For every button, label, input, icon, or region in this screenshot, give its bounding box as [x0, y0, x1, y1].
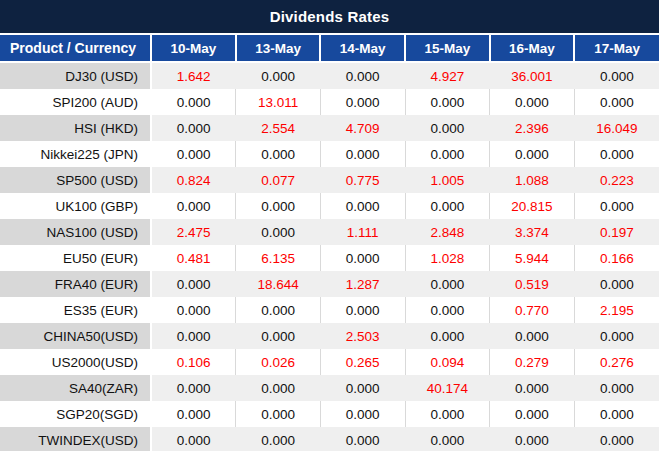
dividend-value-cell: 0.077	[236, 167, 321, 193]
dividend-value-cell: 0.000	[405, 141, 490, 167]
dividend-value-cell: 0.000	[574, 89, 659, 115]
product-cell: SP500 (USD)	[0, 167, 151, 193]
dividend-value-cell: 0.775	[320, 167, 405, 193]
dividend-value-cell: 0.279	[490, 349, 575, 375]
product-cell: FRA40 (EUR)	[0, 271, 151, 297]
product-cell: US2000(USD)	[0, 349, 151, 375]
dividend-value-cell: 1.005	[405, 167, 490, 193]
table-row: TWINDEX(USD)0.0000.0000.0000.0000.0000.0…	[0, 427, 659, 451]
dividend-value-cell: 0.000	[490, 401, 575, 427]
table-row: UK100 (GBP)0.0000.0000.0000.00020.8150.0…	[0, 193, 659, 219]
dividend-value-cell: 1.642	[151, 62, 236, 89]
dividend-value-cell: 0.166	[574, 245, 659, 271]
dividend-value-cell: 0.000	[405, 323, 490, 349]
dividend-value-cell: 0.000	[405, 427, 490, 451]
dividend-value-cell: 36.001	[490, 62, 575, 89]
product-cell: EU50 (EUR)	[0, 245, 151, 271]
dividend-value-cell: 0.000	[151, 427, 236, 451]
dividend-value-cell: 0.824	[151, 167, 236, 193]
dividend-value-cell: 0.000	[574, 323, 659, 349]
dividend-value-cell: 0.223	[574, 167, 659, 193]
dividend-value-cell: 0.000	[236, 401, 321, 427]
dividend-value-cell: 0.000	[236, 323, 321, 349]
table-row: SA40(ZAR)0.0000.0000.00040.1740.0000.000	[0, 375, 659, 401]
dividend-value-cell: 0.000	[574, 271, 659, 297]
table-row: SGP20(SGD)0.0000.0000.0000.0000.0000.000	[0, 401, 659, 427]
dividend-value-cell: 2.554	[236, 115, 321, 141]
product-cell: CHINA50(USD)	[0, 323, 151, 349]
dividend-value-cell: 6.135	[236, 245, 321, 271]
dividend-value-cell: 0.000	[490, 323, 575, 349]
dividend-value-cell: 0.000	[490, 89, 575, 115]
dividend-value-cell: 1.111	[320, 219, 405, 245]
dividend-value-cell: 0.000	[236, 427, 321, 451]
product-cell: HSI (HKD)	[0, 115, 151, 141]
dividend-value-cell: 0.000	[236, 297, 321, 323]
dividend-value-cell: 0.000	[151, 193, 236, 219]
table-row: Nikkei225 (JPN)0.0000.0000.0000.0000.000…	[0, 141, 659, 167]
dividend-value-cell: 0.026	[236, 349, 321, 375]
dividend-value-cell: 0.000	[320, 193, 405, 219]
column-header-15-may: 15-May	[405, 34, 490, 62]
table-row: NAS100 (USD)2.4750.0001.1112.8483.3740.1…	[0, 219, 659, 245]
dividend-value-cell: 1.028	[405, 245, 490, 271]
dividend-value-cell: 0.000	[151, 323, 236, 349]
table-row: HSI (HKD)0.0002.5544.7090.0002.39616.049	[0, 115, 659, 141]
dividend-value-cell: 0.000	[320, 62, 405, 89]
product-cell: SPI200 (AUD)	[0, 89, 151, 115]
dividend-value-cell: 0.000	[490, 375, 575, 401]
dividend-value-cell: 0.000	[151, 89, 236, 115]
dividend-value-cell: 0.000	[151, 271, 236, 297]
dividend-value-cell: 0.000	[236, 193, 321, 219]
dividend-value-cell: 0.000	[236, 219, 321, 245]
page-title: Dividends Rates	[0, 0, 659, 33]
table-row: EU50 (EUR)0.4816.1350.0001.0285.9440.166	[0, 245, 659, 271]
dividend-value-cell: 1.287	[320, 271, 405, 297]
dividend-value-cell: 0.000	[574, 375, 659, 401]
table-row: CHINA50(USD)0.0000.0002.5030.0000.0000.0…	[0, 323, 659, 349]
dividend-value-cell: 0.000	[320, 427, 405, 451]
column-header-product-currency: Product / Currency	[0, 34, 151, 62]
product-cell: UK100 (GBP)	[0, 193, 151, 219]
dividend-value-cell: 0.481	[151, 245, 236, 271]
dividend-value-cell: 0.770	[490, 297, 575, 323]
dividend-value-cell: 0.000	[405, 297, 490, 323]
dividend-value-cell: 18.644	[236, 271, 321, 297]
product-cell: NAS100 (USD)	[0, 219, 151, 245]
table-row: FRA40 (EUR)0.00018.6441.2870.0000.5190.0…	[0, 271, 659, 297]
dividend-value-cell: 0.000	[320, 375, 405, 401]
dividend-value-cell: 2.475	[151, 219, 236, 245]
dividend-value-cell: 0.000	[405, 193, 490, 219]
dividend-value-cell: 0.000	[574, 193, 659, 219]
dividend-value-cell: 0.000	[151, 297, 236, 323]
dividend-value-cell: 4.927	[405, 62, 490, 89]
dividend-value-cell: 0.000	[574, 62, 659, 89]
dividend-value-cell: 13.011	[236, 89, 321, 115]
dividend-value-cell: 0.000	[151, 115, 236, 141]
product-cell: DJ30 (USD)	[0, 62, 151, 89]
dividend-value-cell: 0.000	[236, 141, 321, 167]
dividend-value-cell: 2.503	[320, 323, 405, 349]
dividend-value-cell: 3.374	[490, 219, 575, 245]
dividend-value-cell: 0.276	[574, 349, 659, 375]
dividend-value-cell: 0.094	[405, 349, 490, 375]
dividend-value-cell: 1.088	[490, 167, 575, 193]
dividend-value-cell: 4.709	[320, 115, 405, 141]
dividend-value-cell: 2.396	[490, 115, 575, 141]
dividend-value-cell: 0.106	[151, 349, 236, 375]
dividend-value-cell: 0.000	[574, 141, 659, 167]
table-row: DJ30 (USD)1.6420.0000.0004.92736.0010.00…	[0, 62, 659, 89]
dividend-value-cell: 5.944	[490, 245, 575, 271]
table-row: ES35 (EUR)0.0000.0000.0000.0000.7702.195	[0, 297, 659, 323]
product-cell: Nikkei225 (JPN)	[0, 141, 151, 167]
table-row: US2000(USD)0.1060.0260.2650.0940.2790.27…	[0, 349, 659, 375]
dividend-value-cell: 0.519	[490, 271, 575, 297]
dividend-value-cell: 0.000	[236, 62, 321, 89]
column-header-10-may: 10-May	[151, 34, 236, 62]
dividends-table: Product / Currency 10-May 13-May 14-May …	[0, 33, 659, 451]
dividend-value-cell: 0.197	[574, 219, 659, 245]
dividend-value-cell: 0.000	[405, 401, 490, 427]
dividend-value-cell: 0.000	[151, 141, 236, 167]
dividend-value-cell: 0.000	[405, 271, 490, 297]
product-cell: SA40(ZAR)	[0, 375, 151, 401]
